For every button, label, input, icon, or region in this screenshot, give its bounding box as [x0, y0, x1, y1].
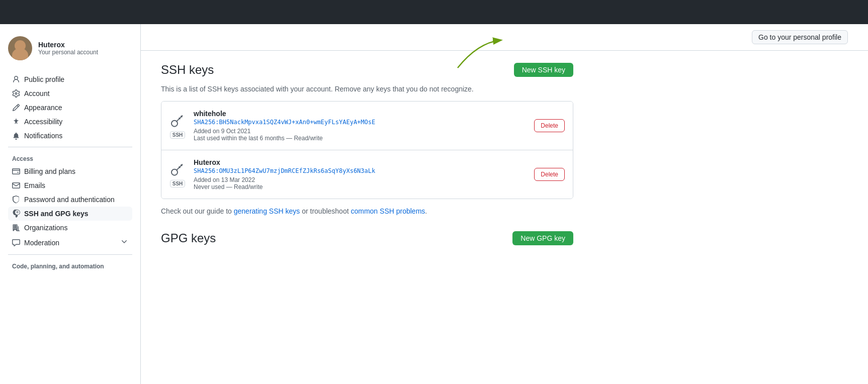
generating-ssh-keys-link[interactable]: generating SSH keys	[234, 207, 300, 215]
sidebar-item-label: SSH and GPG keys	[24, 210, 89, 218]
personal-profile-button[interactable]: Go to your personal profile	[752, 30, 848, 44]
ssh-badge: SSH	[170, 131, 186, 139]
sidebar-item-notifications[interactable]: Notifications	[8, 129, 132, 143]
key-icon	[169, 113, 186, 129]
guide-text-middle: or troubleshoot	[300, 207, 351, 215]
top-bar	[0, 0, 868, 24]
key-info: Huterox SHA256:OMU3zL1P64ZwU7mzjDmRCEfZJ…	[194, 158, 526, 190]
sidebar-item-accessibility[interactable]: Accessibility	[8, 115, 132, 129]
sidebar-item-account[interactable]: Account	[8, 86, 132, 101]
key-last-used: Never used — Read/write	[194, 183, 526, 190]
guide-text-prefix: Check out our guide to	[161, 207, 234, 215]
bell-icon	[12, 132, 20, 140]
key-added: Added on 9 Oct 2021	[194, 128, 526, 135]
sidebar-user-info: Huterox Your personal account	[38, 41, 98, 56]
sidebar-item-label: Emails	[24, 181, 45, 189]
sidebar-item-label: Notifications	[24, 132, 62, 140]
gpg-keys-title: GPG keys	[161, 231, 216, 245]
sidebar-item-ssh-gpg[interactable]: SSH and GPG keys	[8, 207, 132, 221]
key-last-used: Last used within the last 6 months — Rea…	[194, 135, 526, 142]
shield-icon	[12, 196, 20, 204]
sidebar-item-label: Account	[24, 89, 50, 98]
sidebar-main-nav: Public profile Account Appearance	[8, 72, 132, 143]
ssh-badge: SSH	[170, 180, 186, 187]
key-fingerprint: SHA256:OMU3zL1P64ZwU7mzjDmRCEfZJkRs6aSqY…	[194, 167, 526, 174]
avatar	[8, 36, 32, 60]
sidebar-item-public-profile[interactable]: Public profile	[8, 72, 132, 86]
sidebar-username: Huterox	[38, 41, 98, 49]
pencil-icon	[12, 104, 20, 112]
key-fingerprint: SHA256:BH5NackMpvxa1SQZ4vWJ+xAn0+wmEyFLs…	[194, 119, 526, 126]
sidebar-item-appearance[interactable]: Appearance	[8, 101, 132, 115]
sidebar-item-label: Organizations	[24, 224, 67, 232]
sidebar-item-organizations[interactable]: Organizations	[8, 221, 132, 235]
table-row: SSH whitehole SHA256:BH5NackMpvxa1SQZ4vW…	[161, 102, 573, 150]
delete-key-button[interactable]: Delete	[534, 119, 565, 132]
sidebar: Huterox Your personal account Public pro…	[0, 24, 141, 384]
new-ssh-container: New SSH key	[514, 63, 573, 77]
comment-icon	[12, 239, 20, 247]
new-gpg-button[interactable]: New GPG key	[512, 231, 573, 245]
credit-card-icon	[12, 167, 20, 175]
sidebar-item-emails[interactable]: Emails	[8, 178, 132, 193]
sidebar-divider	[8, 147, 132, 147]
table-row: SSH Huterox SHA256:OMU3zL1P64ZwU7mzjDmRC…	[161, 150, 573, 199]
key-info: whitehole SHA256:BH5NackMpvxa1SQZ4vWJ+xA…	[194, 110, 526, 142]
code-section-label: Code, planning, and automation	[8, 259, 132, 272]
email-icon	[12, 181, 20, 189]
person-icon	[12, 75, 20, 83]
key-icon	[12, 210, 20, 218]
top-header: Go to your personal profile	[141, 24, 868, 51]
key-added: Added on 13 Mar 2022	[194, 176, 526, 183]
key-name: Huterox	[194, 158, 526, 166]
chevron-down-icon	[120, 238, 128, 247]
sidebar-item-billing[interactable]: Billing and plans	[8, 164, 132, 178]
sidebar-user-subtitle: Your personal account	[38, 49, 98, 56]
ssh-header-row: SSH keys New SSH key	[161, 63, 573, 77]
ssh-keys-title: SSH keys	[161, 63, 214, 77]
guide-text: Check out our guide to generating SSH ke…	[161, 207, 573, 215]
access-section-label: Access	[8, 151, 132, 164]
sidebar-item-label: Password and authentication	[24, 196, 115, 204]
sidebar-access-nav: Billing and plans Emails Password and au…	[8, 164, 132, 250]
key-icon-area: SSH	[169, 113, 186, 139]
sidebar-item-moderation[interactable]: Moderation	[8, 235, 132, 250]
sidebar-divider-2	[8, 254, 132, 255]
sidebar-item-label: Public profile	[24, 75, 64, 83]
sidebar-item-label: Appearance	[24, 104, 62, 112]
gear-icon	[12, 89, 20, 98]
gpg-header-row: GPG keys New GPG key	[161, 231, 573, 245]
sidebar-item-password[interactable]: Password and authentication	[8, 193, 132, 207]
key-icon	[169, 162, 186, 178]
ssh-info-text: This is a list of SSH keys associated wi…	[161, 85, 573, 93]
sidebar-item-label: Billing and plans	[24, 167, 75, 175]
delete-key-button[interactable]: Delete	[534, 168, 565, 181]
accessibility-icon	[12, 118, 20, 126]
main-content: SSH keys New SSH key This is a list of	[141, 51, 593, 384]
guide-text-suffix: .	[425, 207, 427, 215]
sidebar-item-label: Moderation	[24, 239, 59, 247]
sidebar-item-label: Accessibility	[24, 118, 62, 126]
key-icon-area: SSH	[169, 162, 186, 187]
key-name: whitehole	[194, 110, 526, 118]
new-ssh-button[interactable]: New SSH key	[514, 63, 573, 77]
org-icon	[12, 224, 20, 232]
ssh-keys-list: SSH whitehole SHA256:BH5NackMpvxa1SQZ4vW…	[161, 101, 573, 199]
sidebar-user: Huterox Your personal account	[8, 36, 132, 68]
common-ssh-problems-link[interactable]: common SSH problems	[351, 207, 425, 215]
